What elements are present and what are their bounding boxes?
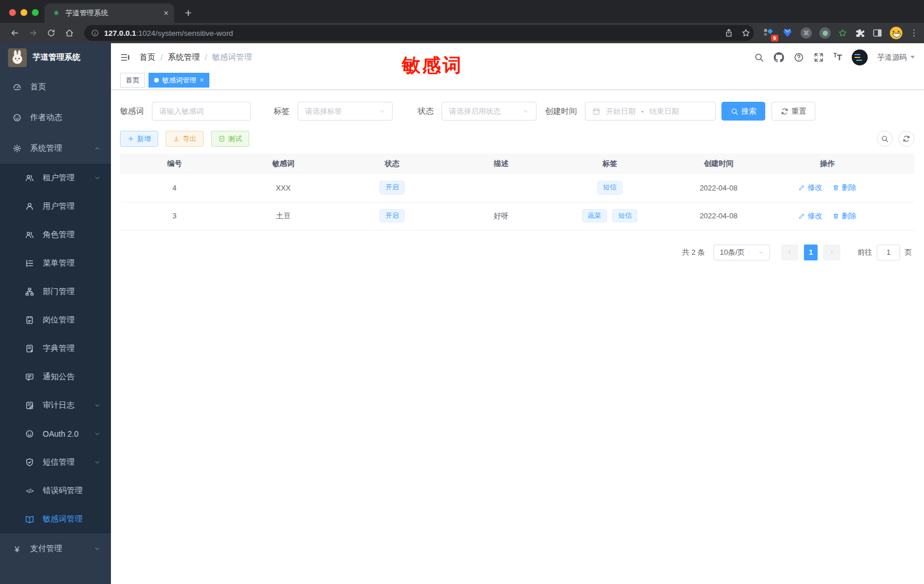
extension-star-icon[interactable] — [838, 28, 847, 38]
sidebar-item-home[interactable]: 首页 — [0, 72, 111, 102]
table-header-row: 编号 敏感词 状态 描述 标签 创建时间 操作 — [120, 154, 914, 174]
trash-icon — [832, 184, 839, 191]
edit-link[interactable]: 修改 — [798, 211, 822, 221]
browser-menu-icon[interactable]: ⋮ — [910, 28, 918, 38]
chevron-down-icon — [94, 402, 101, 409]
sidebar-item-oauth[interactable]: OAuth 2.0 — [0, 420, 111, 448]
bookmark-star-icon[interactable] — [741, 28, 750, 38]
sidebar-logo[interactable]: 芋道管理系统 — [0, 43, 111, 72]
browser-toolbar: 127.0.0.1:1024/system/sensitive-word 9 ⌘… — [0, 23, 924, 43]
tag-select[interactable]: 请选择标签 — [298, 102, 393, 121]
extensions-puzzle-icon[interactable] — [855, 28, 865, 38]
favicon-leaf-icon — [52, 9, 60, 17]
new-tab-button[interactable]: + — [180, 5, 197, 22]
edit-link[interactable]: 修改 — [798, 183, 822, 193]
browser-tab[interactable]: 芋道管理系统 × — [44, 3, 174, 23]
header-search-icon[interactable] — [754, 52, 764, 63]
font-size-icon[interactable]: TT — [834, 52, 842, 62]
refresh-table-button[interactable] — [898, 131, 914, 147]
sidebar-item-menu[interactable]: 菜单管理 — [0, 249, 111, 277]
reload-button[interactable] — [43, 25, 59, 41]
sidebar-item-sensitive-word[interactable]: 敏感词管理 — [0, 505, 111, 533]
search-button[interactable]: 搜索 — [721, 102, 765, 121]
filter-form: 敏感词 标签 请选择标签 状态 请选择启用状态 创建时间 开始日期 - 结束日 — [120, 102, 914, 121]
sensitive-word-table: 编号 敏感词 状态 描述 标签 创建时间 操作 4 XXX 开启 — [120, 154, 914, 230]
add-button[interactable]: 新增 — [120, 131, 158, 147]
forward-button[interactable] — [25, 25, 41, 41]
toggle-search-button[interactable] — [877, 131, 893, 147]
breadcrumb-system[interactable]: 系统管理 — [168, 52, 200, 63]
col-word: 敏感词 — [229, 154, 337, 174]
sidebar-item-dict[interactable]: 字典管理 — [0, 334, 111, 363]
doc-check-icon — [218, 135, 225, 142]
tag-label: 标签 — [274, 106, 290, 117]
chat-face-icon — [13, 113, 22, 122]
profile-avatar[interactable] — [890, 27, 902, 39]
breadcrumb-home[interactable]: 首页 — [139, 52, 155, 63]
date-label: 创建时间 — [545, 106, 577, 117]
address-bar[interactable]: 127.0.0.1:1024/system/sensitive-word — [84, 25, 754, 41]
sidebar-fold-icon[interactable] — [120, 52, 130, 63]
tab-close-icon[interactable]: × — [164, 9, 168, 18]
share-icon[interactable] — [724, 28, 733, 38]
page-size-select[interactable]: 10条/页 — [713, 245, 770, 260]
close-window-button[interactable] — [9, 9, 16, 16]
export-button[interactable]: 导出 — [166, 131, 204, 147]
yen-icon: ¥ — [13, 544, 22, 554]
extension-command-icon[interactable]: ⌘ — [801, 27, 812, 39]
minimize-window-button[interactable] — [20, 9, 27, 16]
sidebar-item-author-news[interactable]: 作者动态 — [0, 102, 111, 133]
page-number-1[interactable]: 1 — [804, 245, 818, 260]
tag-home[interactable]: 首页 — [120, 73, 145, 88]
org-chart-icon — [25, 287, 34, 296]
reset-button[interactable]: 重置 — [772, 102, 815, 121]
user-avatar[interactable] — [852, 49, 868, 65]
github-icon[interactable] — [774, 52, 784, 63]
next-page-button[interactable] — [823, 245, 840, 260]
sidebar-item-tenant[interactable]: 租户管理 — [0, 164, 111, 192]
sidebar-item-department[interactable]: 部门管理 — [0, 277, 111, 306]
home-button[interactable] — [61, 25, 77, 41]
status-select[interactable]: 请选择启用状态 — [442, 102, 537, 121]
system-submenu: 租户管理 用户管理 角色管理 菜单管理 部门管理 岗位管理 — [0, 164, 111, 533]
sidebar-item-user[interactable]: 用户管理 — [0, 192, 111, 221]
prev-page-button[interactable] — [781, 245, 798, 260]
sidebar-item-payment[interactable]: ¥ 支付管理 — [0, 533, 111, 564]
help-icon[interactable] — [794, 52, 804, 63]
sidebar-item-post[interactable]: 岗位管理 — [0, 306, 111, 334]
open-book-icon — [25, 515, 34, 524]
tags-view-bar: 首页 敏感词管理 × — [111, 71, 924, 90]
chevron-down-icon — [94, 175, 101, 181]
sidebar-item-role[interactable]: 角色管理 — [0, 221, 111, 249]
cell-id: 3 — [120, 202, 229, 230]
user-menu[interactable]: 芋道源码 — [877, 52, 915, 63]
extension-tabs-icon[interactable]: 9 — [763, 27, 774, 39]
tag-close-icon[interactable]: × — [200, 76, 204, 84]
sidebar-item-audit-log[interactable]: 审计日志 — [0, 391, 111, 420]
keyword-input[interactable] — [152, 102, 251, 121]
extension-gem-icon[interactable] — [782, 27, 793, 39]
site-info-icon[interactable] — [91, 29, 99, 37]
sidebar-item-system[interactable]: 系统管理 — [0, 133, 111, 164]
sidebar-item-notice[interactable]: 通知公告 — [0, 363, 111, 391]
delete-link[interactable]: 删除 — [832, 183, 856, 193]
extension-record-icon[interactable] — [819, 27, 831, 39]
test-button[interactable]: 测试 — [211, 131, 249, 147]
sidebar-item-sms[interactable]: 短信管理 — [0, 448, 111, 477]
caret-down-icon — [910, 56, 915, 61]
cell-created: 2022-04-08 — [664, 202, 773, 230]
pagination: 共 2 条 10条/页 1 前往 页 — [120, 245, 914, 260]
logo-rabbit-avatar — [8, 48, 27, 67]
delete-link[interactable]: 删除 — [832, 211, 856, 221]
tab-title: 芋道管理系统 — [65, 9, 108, 18]
sidebar-item-error-code[interactable]: </> 错误码管理 — [0, 477, 111, 505]
badge-icon — [25, 316, 34, 325]
fullscreen-icon[interactable] — [814, 52, 824, 63]
back-button[interactable] — [7, 25, 23, 41]
date-range-picker[interactable]: 开始日期 - 结束日期 — [585, 102, 716, 121]
zoom-window-button[interactable] — [32, 9, 39, 16]
side-panel-icon[interactable] — [872, 28, 882, 38]
tag-sensitive-word[interactable]: 敏感词管理 × — [148, 73, 209, 88]
goto-page-input[interactable] — [877, 245, 900, 260]
total-count: 共 2 条 — [682, 247, 705, 258]
